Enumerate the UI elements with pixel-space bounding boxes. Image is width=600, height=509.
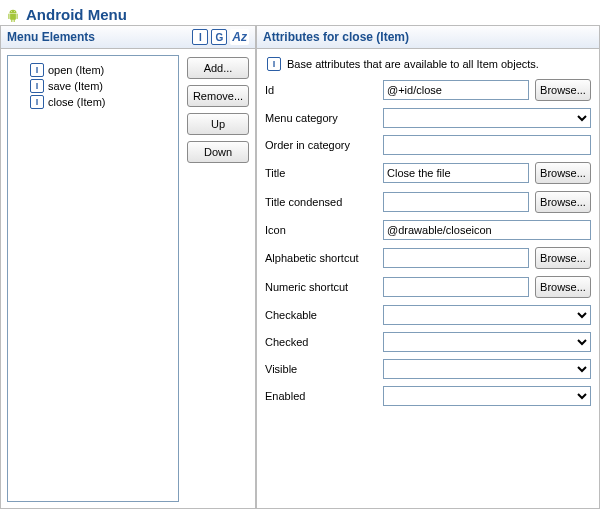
browse-button[interactable]: Browse... — [535, 276, 591, 298]
icon-input[interactable] — [383, 220, 591, 240]
svg-point-1 — [14, 11, 15, 12]
attr-row-menu-category: Menu category — [265, 108, 591, 128]
up-button[interactable]: Up — [187, 113, 249, 135]
tree-item[interactable]: I save (Item) — [12, 78, 174, 94]
down-button[interactable]: Down — [187, 141, 249, 163]
id-input[interactable] — [383, 80, 529, 100]
enabled-select[interactable] — [383, 386, 591, 406]
item-icon: I — [30, 79, 44, 93]
sort-az-icon[interactable]: Az — [230, 29, 249, 45]
order-input[interactable] — [383, 135, 591, 155]
browse-button[interactable]: Browse... — [535, 79, 591, 101]
svg-point-0 — [11, 11, 12, 12]
menu-elements-header: Menu Elements I G Az — [1, 25, 255, 49]
android-menu-editor: Android Menu Menu Elements I G Az I open… — [0, 0, 600, 509]
browse-button[interactable]: Browse... — [535, 191, 591, 213]
attributes-body: I Base attributes that are available to … — [257, 49, 599, 508]
menu-elements-panel: Menu Elements I G Az I open (Item) I sav… — [0, 25, 256, 509]
visible-select[interactable] — [383, 359, 591, 379]
attr-row-enabled: Enabled — [265, 386, 591, 406]
attr-row-order: Order in category — [265, 135, 591, 155]
tree-item[interactable]: I open (Item) — [12, 62, 174, 78]
attr-label: Alphabetic shortcut — [265, 252, 377, 264]
filter-item-icon[interactable]: I — [192, 29, 208, 45]
checkable-select[interactable] — [383, 305, 591, 325]
tree-item[interactable]: I close (Item) — [12, 94, 174, 110]
header-icons: I G Az — [192, 29, 249, 45]
tree-item-label: save (Item) — [48, 80, 103, 92]
title-input[interactable] — [383, 163, 529, 183]
attr-label: Title condensed — [265, 196, 377, 208]
main-area: Menu Elements I G Az I open (Item) I sav… — [0, 25, 600, 509]
num-shortcut-input[interactable] — [383, 277, 529, 297]
menu-elements-body: I open (Item) I save (Item) I close (Ite… — [1, 49, 255, 508]
attributes-panel: Attributes for close (Item) I Base attri… — [256, 25, 600, 509]
attributes-title: Attributes for close (Item) — [263, 30, 409, 44]
remove-button[interactable]: Remove... — [187, 85, 249, 107]
tree-buttons: Add... Remove... Up Down — [179, 55, 249, 502]
checked-select[interactable] — [383, 332, 591, 352]
attr-label: Title — [265, 167, 377, 179]
attr-row-title: Title Browse... — [265, 162, 591, 184]
attr-row-alpha-shortcut: Alphabetic shortcut Browse... — [265, 247, 591, 269]
tree-item-label: close (Item) — [48, 96, 105, 108]
menu-elements-title: Menu Elements — [7, 30, 95, 44]
attributes-description: I Base attributes that are available to … — [265, 55, 591, 79]
editor-title: Android Menu — [26, 6, 127, 23]
item-icon: I — [30, 63, 44, 77]
editor-title-row: Android Menu — [0, 0, 600, 25]
attr-label: Numeric shortcut — [265, 281, 377, 293]
attr-label: Menu category — [265, 112, 377, 124]
attr-row-visible: Visible — [265, 359, 591, 379]
alpha-shortcut-input[interactable] — [383, 248, 529, 268]
android-icon — [6, 8, 20, 22]
add-button[interactable]: Add... — [187, 57, 249, 79]
attr-label: Checked — [265, 336, 377, 348]
menu-elements-tree[interactable]: I open (Item) I save (Item) I close (Ite… — [7, 55, 179, 502]
attr-row-icon: Icon — [265, 220, 591, 240]
browse-button[interactable]: Browse... — [535, 162, 591, 184]
attr-label: Enabled — [265, 390, 377, 402]
attr-label: Icon — [265, 224, 377, 236]
attributes-header: Attributes for close (Item) — [257, 25, 599, 49]
attr-row-num-shortcut: Numeric shortcut Browse... — [265, 276, 591, 298]
title-condensed-input[interactable] — [383, 192, 529, 212]
attr-row-checked: Checked — [265, 332, 591, 352]
tree-item-label: open (Item) — [48, 64, 104, 76]
attributes-description-text: Base attributes that are available to al… — [287, 57, 589, 71]
item-icon: I — [30, 95, 44, 109]
attr-row-title-condensed: Title condensed Browse... — [265, 191, 591, 213]
item-icon: I — [267, 57, 281, 71]
filter-group-icon[interactable]: G — [211, 29, 227, 45]
attr-row-id: Id Browse... — [265, 79, 591, 101]
browse-button[interactable]: Browse... — [535, 247, 591, 269]
attr-label: Id — [265, 84, 377, 96]
menu-category-select[interactable] — [383, 108, 591, 128]
attr-label: Order in category — [265, 139, 377, 151]
attr-row-checkable: Checkable — [265, 305, 591, 325]
attr-label: Checkable — [265, 309, 377, 321]
attr-label: Visible — [265, 363, 377, 375]
